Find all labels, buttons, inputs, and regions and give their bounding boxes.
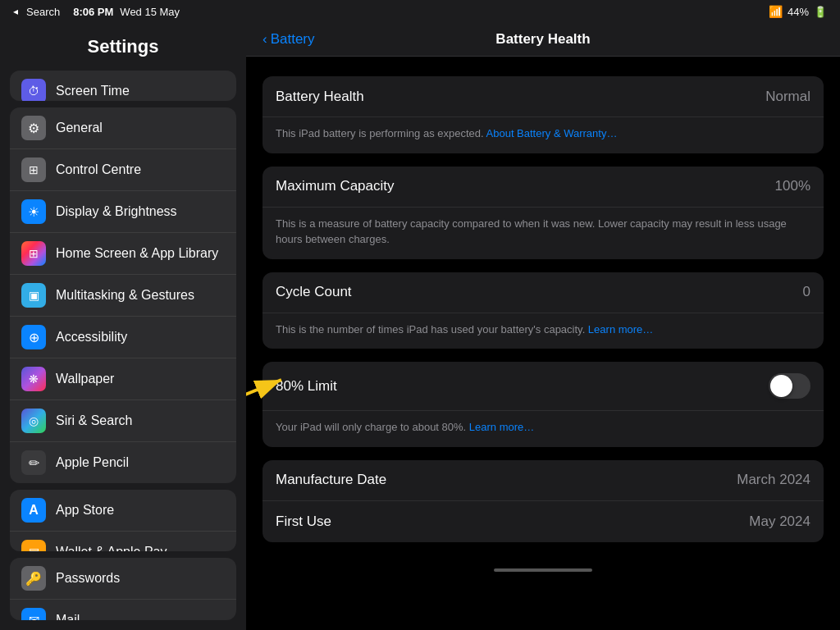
max-capacity-description: This is a measure of battery capacity co… [262, 208, 824, 259]
sidebar-item-apple-pencil[interactable]: ✏ Apple Pencil [10, 442, 236, 482]
apple-pencil-label: Apple Pencil [56, 455, 129, 470]
back-label: Battery [271, 31, 315, 48]
content-title: Battery Health [262, 31, 824, 48]
display-brightness-label: Display & Brightness [56, 204, 177, 219]
status-bar: ◂ Search 8:06 PM Wed 15 May 📶 44% 🔋 [0, 0, 840, 23]
first-use-label: First Use [276, 514, 331, 530]
battery-health-description: This iPad battery is performing as expec… [262, 117, 824, 153]
first-use-row: First Use May 2024 [262, 501, 824, 542]
control-centre-icon: ⊞ [21, 158, 46, 182]
sidebar-group-2: ⚙ General ⊞ Control Centre ☀ Display & B… [10, 107, 236, 482]
accessibility-label: Accessibility [56, 330, 127, 345]
wallpaper-label: Wallpaper [56, 372, 114, 386]
battery-warranty-link[interactable]: About Battery & Warranty… [486, 127, 618, 139]
back-arrow-icon: ◂ [13, 6, 18, 17]
back-chevron-icon: ‹ [262, 31, 267, 48]
sidebar: Settings ⏱ Screen Time ⚙ General ⊞ [0, 23, 246, 630]
wifi-icon: 📶 [769, 5, 783, 18]
accessibility-icon: ⊕ [21, 325, 46, 349]
toggle-knob [770, 375, 792, 397]
mail-icon: ✉ [21, 608, 46, 620]
siri-search-icon: ◎ [21, 409, 46, 433]
battery-health-row-label: Battery Health [276, 89, 364, 105]
cycle-count-link[interactable]: Learn more… [588, 323, 653, 336]
limit-description: Your iPad will only charge to about 80%.… [262, 411, 824, 447]
control-centre-label: Control Centre [56, 162, 141, 177]
content-body: Battery Health Normal This iPad battery … [246, 57, 840, 562]
sidebar-item-accessibility[interactable]: ⊕ Accessibility [10, 317, 236, 358]
dates-card: Manufacture Date March 2024 First Use Ma… [262, 460, 824, 542]
battery-percent: 44% [788, 6, 809, 18]
max-capacity-card: Maximum Capacity 100% This is a measure … [262, 167, 824, 259]
limit-card: 80% Limit Your iPad will only charge to … [262, 362, 824, 447]
sidebar-item-wallet[interactable]: ▤ Wallet & Apple Pay [10, 532, 236, 552]
screen-time-label: Screen Time [56, 84, 130, 98]
limit-learn-more-link[interactable]: Learn more… [469, 421, 534, 433]
multitasking-label: Multitasking & Gestures [56, 288, 194, 303]
status-search[interactable]: Search [26, 6, 60, 18]
max-capacity-row: Maximum Capacity 100% [262, 167, 824, 208]
status-date: Wed 15 May [120, 6, 180, 18]
sidebar-item-passwords[interactable]: 🔑 Passwords [10, 558, 236, 600]
sidebar-item-siri-search[interactable]: ◎ Siri & Search [10, 400, 236, 442]
mail-label: Mail [56, 613, 80, 620]
cycle-count-row: Cycle Count 0 [262, 272, 824, 313]
wallet-label: Wallet & Apple Pay [56, 545, 167, 552]
cycle-count-description: This is the number of times iPad has use… [262, 313, 824, 349]
display-brightness-icon: ☀ [21, 199, 46, 224]
sidebar-item-general[interactable]: ⚙ General [10, 107, 236, 149]
multitasking-icon: ▣ [21, 283, 46, 308]
cycle-count-label: Cycle Count [276, 284, 352, 300]
cycle-count-value: 0 [803, 284, 810, 300]
sidebar-item-home-screen[interactable]: ⊞ Home Screen & App Library [10, 233, 236, 275]
content-area: ‹ Battery Battery Health Battery Health … [246, 23, 840, 630]
battery-health-row-value: Normal [765, 89, 810, 105]
manufacture-date-value: March 2024 [737, 472, 810, 488]
bottom-bar [246, 562, 840, 578]
manufacture-date-row: Manufacture Date March 2024 [262, 460, 824, 501]
max-capacity-value: 100% [775, 178, 810, 194]
siri-search-label: Siri & Search [56, 413, 132, 428]
sidebar-group-3: A App Store ▤ Wallet & Apple Pay [10, 490, 236, 552]
max-capacity-label: Maximum Capacity [276, 178, 395, 194]
battery-icon: 🔋 [814, 6, 827, 18]
sidebar-group-1: ⏱ Screen Time [10, 71, 236, 101]
home-indicator [494, 568, 592, 572]
content-header: ‹ Battery Battery Health [246, 23, 840, 57]
app-store-label: App Store [56, 503, 114, 518]
wallpaper-icon: ❋ [21, 367, 46, 391]
screen-time-icon: ⏱ [21, 79, 46, 101]
manufacture-date-label: Manufacture Date [276, 472, 386, 488]
battery-health-row: Battery Health Normal [262, 76, 824, 117]
limit-label: 80% Limit [276, 378, 337, 395]
home-screen-label: Home Screen & App Library [56, 246, 218, 261]
main-layout: Settings ⏱ Screen Time ⚙ General ⊞ [0, 23, 840, 630]
status-time: 8:06 PM [73, 6, 113, 18]
back-button[interactable]: ‹ Battery [262, 31, 315, 48]
limit-card-wrapper: 80% Limit Your iPad will only charge to … [262, 362, 824, 447]
sidebar-item-control-centre[interactable]: ⊞ Control Centre [10, 149, 236, 191]
sidebar-item-app-store[interactable]: A App Store [10, 490, 236, 532]
apple-pencil-icon: ✏ [21, 450, 46, 475]
battery-health-card: Battery Health Normal This iPad battery … [262, 76, 824, 153]
first-use-value: May 2024 [749, 514, 810, 530]
app-store-icon: A [21, 498, 46, 523]
sidebar-item-screen-time[interactable]: ⏱ Screen Time [10, 71, 236, 101]
home-screen-icon: ⊞ [21, 241, 46, 266]
general-icon: ⚙ [21, 116, 46, 140]
sidebar-item-multitasking[interactable]: ▣ Multitasking & Gestures [10, 275, 236, 317]
limit-toggle[interactable] [769, 373, 810, 399]
passwords-label: Passwords [56, 571, 120, 586]
cycle-count-card: Cycle Count 0 This is the number of time… [262, 272, 824, 349]
status-left: ◂ Search 8:06 PM Wed 15 May [13, 6, 180, 18]
sidebar-item-wallpaper[interactable]: ❋ Wallpaper [10, 358, 236, 400]
limit-row[interactable]: 80% Limit [262, 362, 824, 411]
sidebar-group-4: 🔑 Passwords ✉ Mail [10, 558, 236, 620]
status-right: 📶 44% 🔋 [769, 5, 827, 18]
passwords-icon: 🔑 [21, 566, 46, 591]
sidebar-item-display-brightness[interactable]: ☀ Display & Brightness [10, 191, 236, 233]
sidebar-title: Settings [0, 30, 246, 67]
general-label: General [56, 121, 103, 135]
wallet-icon: ▤ [21, 540, 46, 552]
sidebar-item-mail[interactable]: ✉ Mail [10, 600, 236, 620]
